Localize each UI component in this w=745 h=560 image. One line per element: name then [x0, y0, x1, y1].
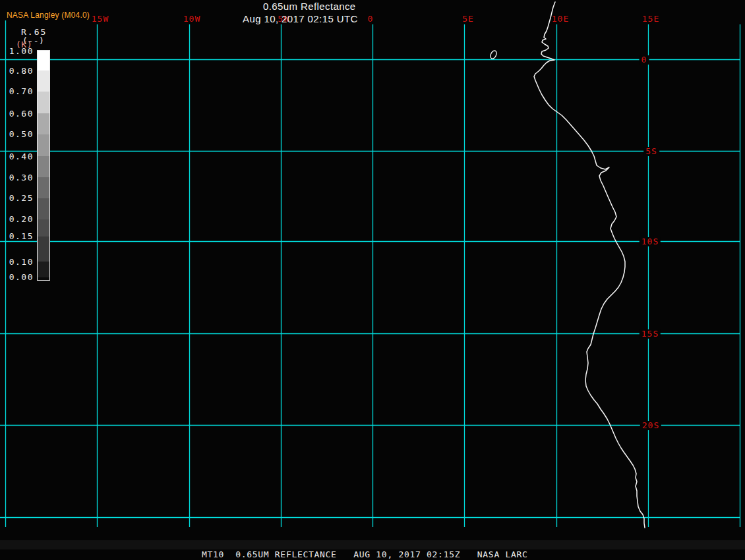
credit-label: NASA Langley (M04.0) [7, 11, 90, 20]
page-subtitle-timestamp: Aug 10, 2017 02:15 UTC [243, 13, 358, 25]
satellite-image-viewer: 15W10W5W05E10E15E 05S10S15S20S 1.000.800… [0, 0, 745, 560]
coastline-group [489, 2, 645, 528]
colorbar-swatch [37, 50, 50, 281]
footer-status-text: MT10 0.65UM REFLECTANCE AUG 10, 2017 02:… [202, 550, 528, 559]
africa-west-coastline [534, 2, 645, 528]
footer-strip [0, 540, 745, 549]
colorbar-units-overlay-label: (K) [16, 40, 32, 49]
map-canvas [0, 0, 745, 560]
page-title: 0.65um Reflectance [263, 1, 356, 13]
bioko-island-outline [489, 49, 498, 59]
latlon-grid [0, 20, 740, 527]
